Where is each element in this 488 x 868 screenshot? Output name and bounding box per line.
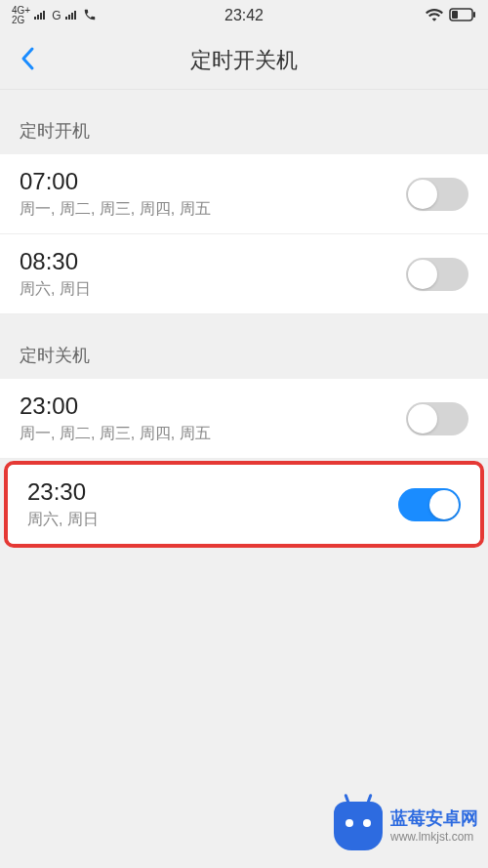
toggle-power-on-1[interactable] [406,258,468,291]
chevron-left-icon [20,46,35,71]
svg-rect-9 [473,12,475,18]
back-button[interactable] [12,38,43,83]
wifi-icon [426,8,443,24]
toggle-power-off-1[interactable] [398,488,461,521]
toggle-power-off-0[interactable] [406,402,468,435]
svg-rect-7 [74,11,76,20]
watermark-mascot-icon [334,802,383,850]
schedule-days: 周六, 周日 [20,279,91,300]
svg-rect-3 [43,11,45,20]
schedule-days: 周一, 周二, 周三, 周四, 周五 [20,424,211,444]
signal-bars-icon [34,9,48,22]
schedule-days: 周六, 周日 [27,510,99,530]
signal-bars-icon-2 [65,9,79,22]
phone-icon [83,8,97,24]
svg-rect-0 [34,17,36,20]
schedule-row-power-off-0[interactable]: 23:00 周一, 周二, 周三, 周四, 周五 [0,379,488,459]
schedule-time: 07:00 [20,168,211,195]
page-title: 定时开关机 [190,46,298,75]
section-header-power-on: 定时开机 [0,90,488,154]
svg-rect-10 [452,11,458,19]
svg-rect-5 [68,15,70,20]
schedule-row-power-on-1[interactable]: 08:30 周六, 周日 [0,234,488,314]
battery-icon [449,8,476,24]
watermark-title: 蓝莓安卓网 [390,808,478,830]
svg-rect-2 [40,13,42,20]
schedule-time: 23:00 [20,393,211,420]
status-time: 23:42 [224,7,264,24]
highlighted-row: 23:30 周六, 周日 [4,461,484,548]
schedule-row-power-off-1[interactable]: 23:30 周六, 周日 [8,465,480,544]
schedule-days: 周一, 周二, 周三, 周四, 周五 [20,199,211,220]
status-left: 4G+ 2G G [12,6,97,25]
svg-rect-1 [37,15,39,20]
schedule-time: 23:30 [27,478,99,506]
watermark: 蓝莓安卓网 www.lmkjst.com [334,802,478,850]
network-g: G [52,9,61,22]
section-header-power-off: 定时关机 [0,314,488,379]
toggle-power-on-0[interactable] [406,178,468,211]
schedule-row-power-on-0[interactable]: 07:00 周一, 周二, 周三, 周四, 周五 [0,154,488,234]
status-bar: 4G+ 2G G 23:42 [0,0,488,31]
status-right [426,8,476,24]
network-2g: 2G [12,16,30,25]
svg-rect-6 [71,13,73,20]
watermark-url: www.lmkjst.com [390,830,478,844]
svg-rect-4 [65,17,67,20]
header: 定时开关机 [0,31,488,90]
schedule-time: 08:30 [20,248,91,275]
